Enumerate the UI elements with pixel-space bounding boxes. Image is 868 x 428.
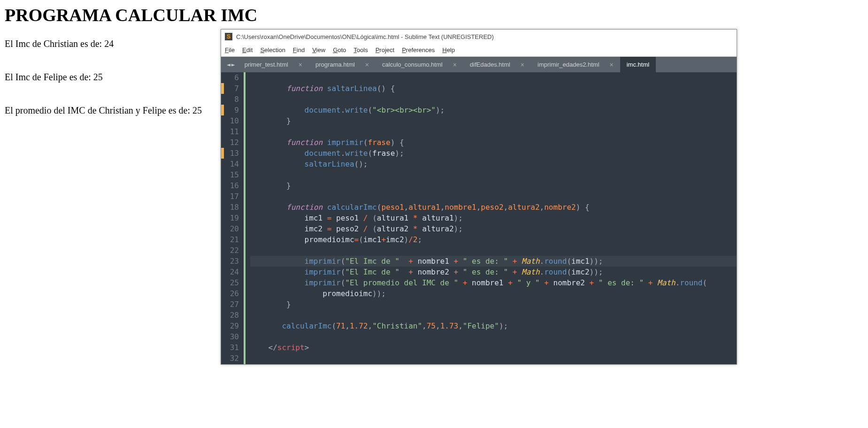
menu-goto[interactable]: Goto xyxy=(333,46,346,54)
code-line[interactable]: } xyxy=(250,115,737,126)
code-line[interactable] xyxy=(250,353,737,364)
code-line[interactable]: document.write("<br><br><br>"); xyxy=(250,105,737,115)
code-line[interactable] xyxy=(250,245,737,256)
window-title: C:\Users\roxan\OneDrive\Documentos\ONE\L… xyxy=(236,33,494,40)
page-title: PROGRAMA CALCULAR IMC xyxy=(5,5,221,25)
code-editor[interactable]: 6789101112131415161718192021222324252627… xyxy=(221,72,737,364)
code-line[interactable] xyxy=(250,191,737,202)
code-area[interactable]: function saltarLinea() { document.write(… xyxy=(246,72,737,364)
line-number: 15 xyxy=(224,169,239,180)
close-icon[interactable]: × xyxy=(365,61,369,69)
tab-bar: ◄ ► primer_test.html×programa.html×calcu… xyxy=(221,57,737,72)
line-number: 28 xyxy=(224,310,239,321)
menu-view[interactable]: View xyxy=(312,46,325,54)
code-line[interactable] xyxy=(250,169,737,180)
close-icon[interactable]: × xyxy=(299,61,302,69)
line-number: 12 xyxy=(224,137,239,148)
modified-mark xyxy=(221,105,224,115)
line-number: 13 xyxy=(224,148,239,159)
browser-output: PROGRAMA CALCULAR IMC El Imc de Christia… xyxy=(5,5,221,138)
code-line[interactable]: imc1 = peso1 / (altura1 * altura1); xyxy=(250,213,737,223)
output-line-1: El Imc de Christian es de: 24 xyxy=(5,38,221,49)
code-line[interactable]: function saltarLinea() { xyxy=(250,83,737,94)
code-line[interactable] xyxy=(250,310,737,321)
tab-imprimir_edades2-html[interactable]: imprimir_edades2.html× xyxy=(531,57,620,72)
output-line-2: El Imc de Felipe es de: 25 xyxy=(5,72,221,83)
modified-mark xyxy=(221,148,224,159)
tab-nav-arrows[interactable]: ◄ ► xyxy=(224,57,238,72)
code-line[interactable]: function calcularImc(peso1,altura1,nombr… xyxy=(250,202,737,213)
line-number: 29 xyxy=(224,321,239,331)
line-number: 8 xyxy=(224,94,239,105)
code-line[interactable] xyxy=(250,126,737,137)
line-number: 30 xyxy=(224,331,239,342)
menu-file[interactable]: File xyxy=(225,46,235,54)
modification-bar xyxy=(221,72,224,364)
menu-project[interactable]: Project xyxy=(376,46,394,54)
line-number: 6 xyxy=(224,72,239,83)
code-line[interactable]: promedioimc=(imc1+imc2)/2; xyxy=(250,234,737,245)
line-number: 21 xyxy=(224,234,239,245)
modified-mark xyxy=(221,83,224,94)
menu-edit[interactable]: Edit xyxy=(242,46,253,54)
code-line[interactable]: promedioimc)); xyxy=(250,288,737,299)
tab-programa-html[interactable]: programa.html× xyxy=(309,57,376,72)
tab-label: imc.html xyxy=(627,61,649,68)
line-number: 20 xyxy=(224,223,239,234)
code-line[interactable]: imprimir("El Imc de " + nombre1 + " es d… xyxy=(250,256,737,267)
code-line[interactable] xyxy=(250,72,737,83)
sublime-window: S C:\Users\roxan\OneDrive\Documentos\ONE… xyxy=(221,29,737,365)
line-number: 23 xyxy=(224,256,239,267)
tab-calculo_consumo-html[interactable]: calculo_consumo.html× xyxy=(376,57,463,72)
close-icon[interactable]: × xyxy=(521,61,524,69)
output-line-3: El promedio del IMC de Christian y Felip… xyxy=(5,105,221,116)
close-icon[interactable]: × xyxy=(610,61,614,69)
menu-tools[interactable]: Tools xyxy=(353,46,368,54)
tab-label: calculo_consumo.html xyxy=(382,61,443,68)
tab-imc-html[interactable]: imc.html xyxy=(620,57,656,72)
line-number: 9 xyxy=(224,105,239,115)
line-number: 22 xyxy=(224,245,239,256)
code-line[interactable]: } xyxy=(250,299,737,310)
line-number: 17 xyxy=(224,191,239,202)
code-line[interactable]: function imprimir(frase) { xyxy=(250,137,737,148)
menu-preferences[interactable]: Preferences xyxy=(402,46,435,54)
line-number: 19 xyxy=(224,213,239,223)
code-line[interactable]: } xyxy=(250,180,737,191)
code-line[interactable]: document.write(frase); xyxy=(250,148,737,159)
line-number: 26 xyxy=(224,288,239,299)
code-line[interactable]: imprimir("El Imc de " + nombre2 + " es d… xyxy=(250,267,737,277)
code-line[interactable]: calcularImc(71,1.72,"Christian",75,1.73,… xyxy=(250,321,737,331)
line-number: 25 xyxy=(224,277,239,288)
menu-find[interactable]: Find xyxy=(293,46,305,54)
tab-nav-left-icon[interactable]: ◄ xyxy=(227,61,230,68)
close-icon[interactable]: × xyxy=(453,61,457,69)
line-number: 24 xyxy=(224,267,239,277)
menu-selection[interactable]: Selection xyxy=(260,46,285,54)
tab-label: difEdades.html xyxy=(470,61,510,68)
line-number: 31 xyxy=(224,342,239,353)
line-number: 18 xyxy=(224,202,239,213)
window-titlebar[interactable]: S C:\Users\roxan\OneDrive\Documentos\ONE… xyxy=(221,30,737,44)
menu-help[interactable]: Help xyxy=(442,46,455,54)
menu-bar: FileEditSelectionFindViewGotoToolsProjec… xyxy=(221,44,737,57)
code-line[interactable] xyxy=(250,94,737,105)
line-number: 32 xyxy=(224,353,239,364)
code-line[interactable]: imprimir("El promedio del IMC de " + nom… xyxy=(250,277,737,288)
code-line[interactable] xyxy=(250,331,737,342)
tab-nav-right-icon[interactable]: ► xyxy=(231,61,235,68)
code-line[interactable]: imc2 = peso2 / (altura2 * altura2); xyxy=(250,223,737,234)
line-number: 7 xyxy=(224,83,239,94)
line-number: 10 xyxy=(224,115,239,126)
tab-label: programa.html xyxy=(315,61,355,68)
tab-label: imprimir_edades2.html xyxy=(538,61,599,68)
code-line[interactable]: saltarLinea(); xyxy=(250,159,737,169)
tab-primer_test-html[interactable]: primer_test.html× xyxy=(238,57,309,72)
line-number: 16 xyxy=(224,180,239,191)
line-number: 27 xyxy=(224,299,239,310)
sublime-icon: S xyxy=(225,33,232,40)
code-line[interactable]: </script> xyxy=(250,342,737,353)
tab-label: primer_test.html xyxy=(245,61,288,68)
tab-difEdades-html[interactable]: difEdades.html× xyxy=(463,57,531,72)
line-number: 11 xyxy=(224,126,239,137)
